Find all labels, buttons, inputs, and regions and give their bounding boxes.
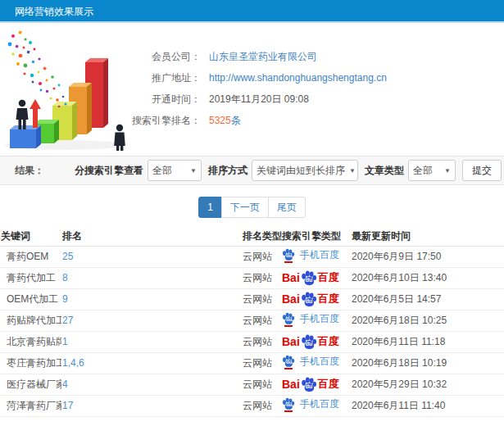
- engine-cell: Bai du 百度: [281, 374, 351, 395]
- rank-link[interactable]: 25: [62, 251, 73, 262]
- updated-cell: 2020年6月10日 13:40: [351, 267, 504, 288]
- baidu-pc-logo[interactable]: Bai du 百度: [282, 270, 339, 286]
- ranking-count-row: 搜索引擎排名： 5325条: [107, 110, 387, 131]
- rank-link[interactable]: 27: [62, 315, 73, 326]
- selected-option: 全部: [152, 164, 172, 178]
- company-link[interactable]: 山东皇圣堂药业有限公司: [209, 50, 317, 64]
- member-company-row: 会员公司： 山东皇圣堂药业有限公司: [107, 46, 387, 67]
- filter-controls: 分搜索引擎查看 全部 ▼ 排序方式 关键词由短到长排序 ▼ 文章类型 全部 ▼: [68, 160, 456, 181]
- engine-label: 手机百度: [300, 397, 339, 411]
- open-time-row: 开通时间： 2019年11月20日 09:08: [107, 88, 387, 110]
- engine-cell: du 手机百度: [281, 246, 351, 267]
- baidu-logo-cn: 百度: [318, 292, 339, 306]
- keyword-cell: OEM代加工: [0, 288, 61, 310]
- rank-cell: 27: [61, 310, 242, 331]
- table-row: OEM代加工 9 云网站 Bai du 百度 2020年6月5日 14:57: [0, 288, 504, 310]
- baidu-paw-icon: du: [282, 312, 295, 327]
- page-item[interactable]: 1: [198, 197, 222, 218]
- table-header-row: 关键词排名排名类型搜索引擎类型最新更新时间: [0, 228, 504, 246]
- page-title: 网络营销效果展示: [15, 6, 93, 17]
- baidu-mobile-badge[interactable]: du 手机百度: [282, 312, 339, 327]
- keyword-cell: 膏药代加工: [0, 267, 61, 288]
- baidu-mobile-badge[interactable]: du 手机百度: [282, 397, 339, 412]
- rank-type-cell: 云网站: [242, 374, 281, 395]
- page-item[interactable]: 尾页: [268, 197, 306, 218]
- keyword-cell: 医疗器械厂家: [0, 374, 61, 395]
- engine-cell: du 手机百度: [281, 310, 351, 331]
- rank-cell: 25: [61, 246, 242, 267]
- updated-cell: 2020年5月29日 10:32: [351, 374, 504, 395]
- chevron-down-icon: ▼: [349, 167, 356, 174]
- table-row: 膏药OEM 25 云网站 du 手机百度 2020年6月9日 17:50: [0, 246, 504, 267]
- table-row: 北京膏药贴牌 1 云网站 Bai du 百度 2020年6月11日 11:18: [0, 331, 504, 352]
- rank-type-cell: 云网站: [242, 395, 281, 416]
- filter-group: 分搜索引擎查看 全部 ▼: [75, 160, 202, 181]
- rank-link[interactable]: 1,4,6: [62, 357, 84, 369]
- engine-cell: du 手机百度: [281, 395, 351, 416]
- baidu-red-underline: [284, 325, 293, 327]
- engine-label: 手机百度: [300, 312, 339, 326]
- confetti: [8, 31, 67, 108]
- filter-select[interactable]: 全部 ▼: [148, 160, 202, 181]
- updated-cell: 2020年6月18日 10:19: [351, 352, 504, 374]
- baidu-logo-cn: 百度: [318, 377, 339, 392]
- rank-link[interactable]: 17: [62, 400, 73, 411]
- rank-link[interactable]: 1: [62, 336, 68, 347]
- baidu-mobile-badge[interactable]: du 手机百度: [282, 355, 339, 369]
- submit-button[interactable]: 提交: [462, 160, 502, 181]
- field-label: 会员公司：: [107, 50, 201, 64]
- engine-cell: Bai du 百度: [281, 331, 351, 352]
- rank-cell: 4: [61, 374, 242, 395]
- filter-label: 排序方式: [208, 164, 247, 178]
- baidu-logo-cn: 百度: [318, 334, 339, 349]
- keyword-cell: 枣庄膏药加工: [0, 352, 61, 374]
- rank-link[interactable]: 4: [62, 378, 68, 390]
- rank-type-cell: 云网站: [242, 352, 281, 374]
- filter-label: 文章类型: [365, 164, 404, 178]
- updated-cell: 2020年6月9日 17:50: [351, 246, 504, 267]
- filter-select[interactable]: 关键词由短到长排序 ▼: [252, 160, 358, 181]
- baidu-red-underline: [284, 410, 293, 412]
- keyword-cell: 北京膏药贴牌: [0, 331, 61, 352]
- rank-link[interactable]: 9: [62, 293, 68, 305]
- updated-cell: 2020年6月11日 11:18: [351, 331, 504, 352]
- engine-cell: Bai du 百度: [281, 288, 351, 310]
- rank-type-cell: 云网站: [242, 267, 281, 288]
- baidu-paw-icon: du: [301, 376, 317, 392]
- rank-link[interactable]: 8: [62, 272, 68, 283]
- rank-cell: 9: [61, 288, 242, 310]
- chevron-down-icon: ▼: [444, 167, 451, 174]
- updated-cell: 2020年6月5日 14:57: [351, 288, 504, 310]
- baidu-logo-cn: 百度: [318, 270, 339, 285]
- baidu-mobile-badge[interactable]: du 手机百度: [282, 248, 339, 263]
- baidu-pc-logo[interactable]: Bai du 百度: [282, 291, 339, 307]
- table-row: 菏泽膏药厂家 17 云网站 du 手机百度 2020年6月11日 11:40: [0, 395, 504, 416]
- rank-type-cell: 云网站: [242, 310, 281, 331]
- table-row: 膏药代加工 8 云网站 Bai du 百度 2020年6月10日 13:40: [0, 267, 504, 288]
- baidu-pc-logo[interactable]: Bai du 百度: [282, 333, 339, 350]
- keyword-cell: 菏泽膏药厂家: [0, 395, 61, 416]
- page-item[interactable]: 下一页: [221, 197, 269, 218]
- column-header: 最新更新时间: [351, 228, 504, 246]
- baidu-logo-bai: Bai: [282, 271, 300, 284]
- open-time-value: 2019年11月20日 09:08: [209, 93, 309, 106]
- column-header: 排名: [61, 228, 242, 246]
- window-titlebar: 网络营销效果展示: [0, 0, 504, 23]
- field-label: 推广地址：: [107, 71, 201, 85]
- engine-label: 手机百度: [300, 248, 339, 262]
- rank-cell: 17: [61, 395, 242, 416]
- filter-bar: 结果： 分搜索引擎查看 全部 ▼ 排序方式 关键词由短到长排序 ▼ 文章类型: [0, 156, 504, 185]
- baidu-paw-icon: du: [301, 333, 317, 350]
- promotion-url-row: 推广地址： http://www.shandonghuangshengtang.…: [107, 67, 387, 88]
- keyword-cell: 药贴牌代加工: [0, 310, 61, 331]
- filter-select[interactable]: 全部 ▼: [408, 160, 456, 181]
- promotion-url-link[interactable]: http://www.shandonghuangshengtang.cn: [209, 72, 387, 84]
- keyword-ranking-table: 关键词排名排名类型搜索引擎类型最新更新时间 膏药OEM 25 云网站 du 手机…: [0, 228, 504, 417]
- table-row: 枣庄膏药加工 1,4,6 云网站 du 手机百度 2020年6月18日 10:1…: [0, 352, 504, 374]
- chevron-down-icon: ▼: [190, 167, 197, 174]
- engine-cell: Bai du 百度: [281, 267, 351, 288]
- businessman-left: [16, 100, 29, 129]
- baidu-paw-icon: du: [282, 248, 295, 263]
- baidu-pc-logo[interactable]: Bai du 百度: [282, 376, 339, 392]
- pagination: 1 下一页 尾页: [0, 197, 504, 218]
